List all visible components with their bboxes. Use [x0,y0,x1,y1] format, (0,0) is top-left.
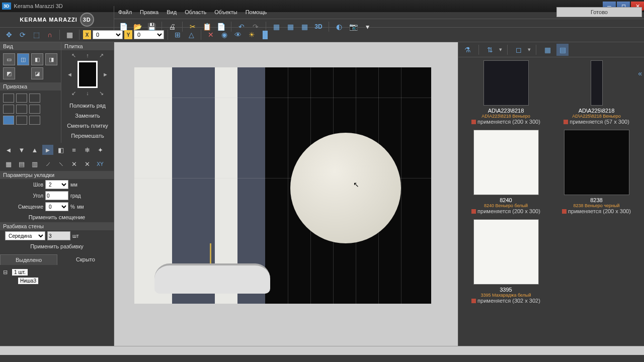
menu-file[interactable]: Файл [118,9,132,15]
view-iso1[interactable]: ◧ [31,53,43,65]
menu-view[interactable]: Вид [167,9,177,15]
anchor-ml[interactable] [3,105,14,114]
tab-hidden[interactable]: Скрыто [57,254,114,265]
redo-icon[interactable]: ↷ [250,21,262,33]
tile-thumb[interactable] [473,130,539,195]
change-tile-button[interactable]: Сменить плитку [67,121,108,131]
filter-icon[interactable]: ⚗ [461,44,473,56]
offset-input[interactable]: 0 [45,202,68,211]
seam-input[interactable]: 2 [45,180,68,189]
view-iso4[interactable]: ◪ [31,67,43,79]
lay-row-button[interactable]: Положить ряд [69,101,106,111]
menu-region[interactable]: Область [185,9,206,15]
view-iso3[interactable]: ◩ [3,67,15,79]
view-top[interactable]: ▭ [3,53,15,65]
pattern1-icon[interactable]: ▦ [3,159,14,169]
x-input[interactable]: 0 [93,30,123,39]
arrow-ne-icon[interactable]: ↗ [99,52,104,59]
arr-right-icon[interactable]: ► [42,145,53,155]
tile-preview[interactable] [77,61,98,88]
panel1-icon[interactable]: ▦ [270,21,282,33]
wall-count-input[interactable] [47,231,70,240]
dropdown1-icon[interactable]: ▾ [499,46,502,53]
rotate-icon[interactable]: ⟳ [17,29,29,41]
bathtub-object[interactable] [154,263,270,294]
arr-up-icon[interactable]: ▲ [29,145,40,155]
tool2-icon[interactable]: ≡ [68,145,79,155]
anchor-tr[interactable] [29,94,40,103]
menu-objects[interactable]: Объекты [214,9,237,15]
panel2-icon[interactable]: ▦ [284,21,296,33]
arrow-left-icon[interactable]: ◄ [67,71,72,77]
apply-offset-button[interactable]: Применить смещение [0,212,114,222]
sort-icon[interactable]: ⇅ [484,44,496,56]
shuffle-button[interactable]: Перемешать [71,131,104,141]
anchor-mc[interactable] [16,105,27,114]
tool1-icon[interactable]: ◧ [55,145,66,155]
gridview-icon[interactable]: ▦ [541,44,553,56]
arrow-right-icon[interactable]: ► [103,71,108,77]
anchor-tc[interactable] [16,94,27,103]
collapse-panel-icon[interactable]: « [638,69,642,77]
eye-icon[interactable]: 👁 [232,29,244,41]
pattern3-icon[interactable]: ▥ [29,159,40,169]
view-iso2[interactable]: ◨ [45,53,57,65]
listview-icon[interactable]: ▤ [556,44,569,56]
menu-edit[interactable]: Правка [140,9,158,15]
anchor-bl[interactable] [3,116,14,125]
triangle-icon[interactable]: △ [185,29,197,41]
catalog-item[interactable]: 8238 8238 Веньеро черный применяется (20… [559,130,634,214]
view-front[interactable]: ◫ [17,53,29,65]
tool-a-icon[interactable]: ◐ [333,21,345,33]
dropdown2-icon[interactable]: ▾ [528,46,531,53]
canvas[interactable]: ↖ [114,42,458,346]
snowflake-icon[interactable]: ❄ [82,145,93,155]
camera-icon[interactable]: 📷 [347,21,359,33]
mode-3d-icon[interactable]: 3D [312,21,325,33]
tree-item-nisha[interactable]: Ниша3 [18,278,38,284]
dropdown-icon[interactable]: ▾ [361,21,373,33]
angle-input[interactable] [45,191,68,200]
tree-count[interactable]: 1 шт. [12,269,28,276]
catalog-item[interactable]: AD\A223\8218 AD\A223\8218 Веньеро примен… [468,60,544,125]
wall-mode-select[interactable]: Середина [5,231,45,240]
pattern4-icon[interactable]: ⟋ [42,159,53,169]
tile-thumb[interactable] [564,130,629,195]
move-icon[interactable]: ✥ [3,29,15,41]
tile-thumb[interactable] [473,219,539,285]
arrow-down-icon[interactable]: ↓ [86,90,89,97]
arrow-se-icon[interactable]: ↘ [99,90,104,97]
tool3-icon[interactable]: ✦ [95,145,106,155]
tile-thumb[interactable] [591,60,603,106]
snap-icon[interactable]: ⊞ [172,29,184,41]
arrow-nw-icon[interactable]: ↖ [71,52,76,59]
arr-left-icon[interactable]: ◄ [3,145,14,155]
xy-icon[interactable]: XY [95,159,106,169]
y-input[interactable]: 0 [134,30,164,39]
menu-help[interactable]: Помощь [246,9,267,15]
pattern2-icon[interactable]: ▤ [16,159,27,169]
anchor-mr[interactable] [29,105,40,114]
tile-thumb[interactable] [484,60,529,106]
delete-icon[interactable]: ✕ [205,29,217,41]
size-icon[interactable]: ◻ [513,44,525,56]
pattern7-icon[interactable]: ✕ [82,159,93,169]
pattern5-icon[interactable]: ⟍ [55,159,66,169]
apply-split-button[interactable]: Применить разбивку [0,241,114,251]
mirror-object[interactable] [290,133,401,243]
collapse-icon[interactable]: ⊟ [3,269,8,275]
anchor-br[interactable] [29,116,40,125]
scale-icon[interactable]: ⬚ [30,29,42,41]
tab-selected[interactable]: Выделено [0,254,57,265]
grid-icon[interactable]: ▦ [63,29,75,41]
magnet-icon[interactable]: ∩ [44,29,56,41]
arrow-up-icon[interactable]: ↑ [86,52,89,59]
pattern6-icon[interactable]: ✕ [68,159,79,169]
anchor-bc[interactable] [16,116,27,125]
faucet-object[interactable] [205,243,217,266]
calc-icon[interactable]: ▦ [298,21,310,33]
catalog-item[interactable]: 3395 3395 Махараджа белый применяется (3… [468,219,544,304]
catalog-item[interactable]: 8240 8240 Веньеро белый применяется (200… [468,130,544,214]
replace-button[interactable]: Заменить [75,111,100,121]
catalog-item[interactable]: AD\A225\8218 AD\A225\8218 Веньеро примен… [559,60,634,125]
